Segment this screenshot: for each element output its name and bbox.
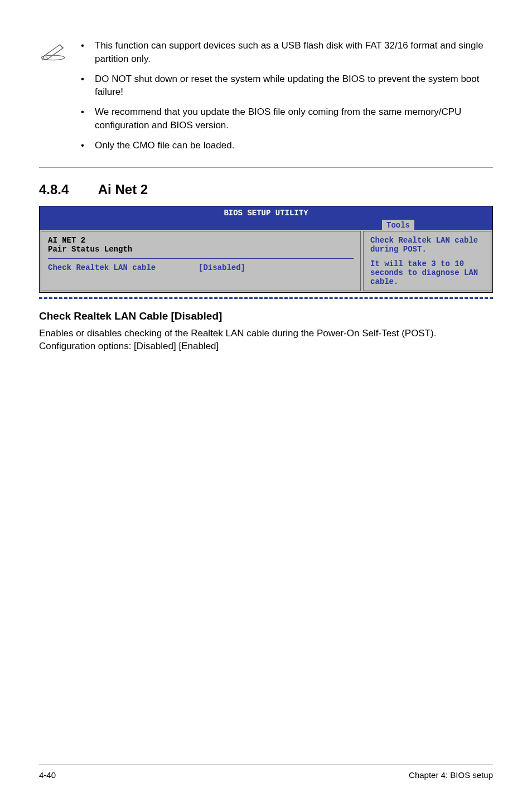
bios-help-text-2: It will take 3 to 10 seconds to diagnose…: [370, 259, 484, 286]
pencil-note-icon: [39, 39, 78, 64]
section-heading: 4.8.4 Ai Net 2: [39, 182, 493, 197]
note-text: Only the CMO file can be loaded.: [95, 139, 493, 152]
bios-setting-label: Check Realtek LAN cable: [48, 263, 199, 272]
bullet-icon: •: [78, 73, 95, 99]
note-item: • We recommend that you update the BIOS …: [78, 105, 493, 132]
note-text: This function can support devices such a…: [95, 39, 493, 66]
bios-help-text-1: Check Realtek LAN cable during POST.: [370, 236, 484, 254]
bullet-icon: •: [78, 105, 95, 132]
note-item: • This function can support devices such…: [78, 39, 493, 66]
note-item: • Only the CMO file can be loaded.: [78, 139, 493, 152]
bios-divider: [48, 258, 354, 259]
bios-setting-value: [Disabled]: [199, 263, 245, 272]
note-text: DO NOT shut down or reset the system whi…: [95, 73, 493, 99]
chapter-label: Chapter 4: BIOS setup: [409, 770, 493, 780]
bios-columns-header: Pair Status Length: [48, 245, 354, 254]
bullet-icon: •: [78, 39, 95, 66]
dashed-divider: [39, 297, 493, 299]
bios-left-pane: AI NET 2 Pair Status Length Check Realte…: [41, 231, 361, 291]
bios-setting-row: Check Realtek LAN cable [Disabled]: [48, 263, 354, 272]
note-items-list: • This function can support devices such…: [78, 39, 493, 159]
section-number: 4.8.4: [39, 182, 95, 197]
bios-ai-net-header: AI NET 2: [48, 236, 354, 245]
svg-point-0: [41, 55, 65, 60]
section-title-text: Ai Net 2: [98, 182, 148, 197]
subsection-body: Enables or disables checking of the Real…: [39, 327, 493, 354]
bios-title-bar: BIOS SETUP UTILITY: [40, 206, 492, 220]
bullet-icon: •: [78, 139, 95, 152]
note-block: • This function can support devices such…: [39, 39, 493, 168]
bios-setup-panel: BIOS SETUP UTILITY Tools AI NET 2 Pair S…: [39, 206, 493, 293]
bios-tab-row: Tools: [40, 220, 492, 230]
page-footer: 4-40 Chapter 4: BIOS setup: [39, 764, 493, 780]
note-item: • DO NOT shut down or reset the system w…: [78, 73, 493, 99]
bios-tools-tab: Tools: [382, 220, 414, 231]
bios-body: AI NET 2 Pair Status Length Check Realte…: [40, 230, 492, 292]
page-number: 4-40: [39, 770, 56, 780]
subsection-heading: Check Realtek LAN Cable [Disabled]: [39, 310, 493, 322]
bios-right-pane: Check Realtek LAN cable during POST. It …: [363, 231, 491, 291]
note-text: We recommend that you update the BIOS fi…: [95, 105, 493, 132]
